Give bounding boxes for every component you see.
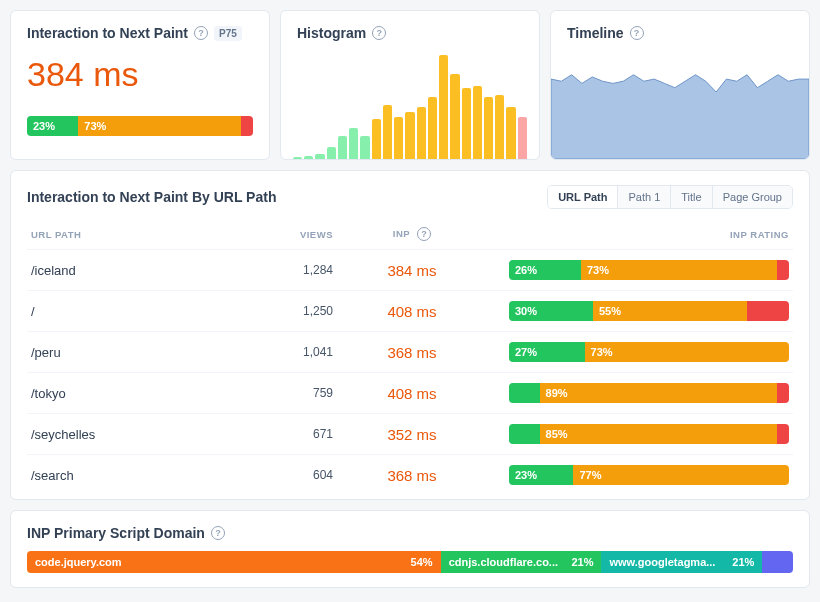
histogram-bar xyxy=(417,107,426,159)
domain-seg: code.jquery.com54% xyxy=(27,551,441,573)
domain-bar: code.jquery.com54%cdnjs.cloudflare.co...… xyxy=(27,551,793,573)
table-row[interactable]: /search604368 ms23%77% xyxy=(27,455,793,496)
help-icon[interactable]: ? xyxy=(630,26,644,40)
timeline-card: Timeline ? xyxy=(550,10,810,160)
histogram-bar xyxy=(372,119,381,159)
rating-seg-green: 27% xyxy=(509,342,585,362)
th-rating[interactable]: INP RATING xyxy=(487,219,793,250)
cell-rating: 30%55% xyxy=(487,291,793,332)
rating-bar: 23%77% xyxy=(509,465,789,485)
timeline-chart xyxy=(551,51,809,159)
cell-url: /search xyxy=(27,455,247,496)
cell-views: 604 xyxy=(247,455,337,496)
help-icon[interactable]: ? xyxy=(417,227,431,241)
histogram-bar xyxy=(349,128,358,159)
rating-seg-green: 23% xyxy=(509,465,573,485)
domain-seg-label: www.googletagma... xyxy=(609,556,728,568)
table-row[interactable]: /iceland1,284384 ms26%73% xyxy=(27,250,793,291)
cell-rating: 89% xyxy=(487,373,793,414)
histogram-bar xyxy=(484,97,493,159)
histogram-bar xyxy=(506,107,515,159)
rating-seg-orange: 77% xyxy=(573,465,789,485)
rating-seg-green xyxy=(509,424,540,444)
tab-url-path[interactable]: URL Path xyxy=(548,186,618,208)
table-row[interactable]: /1,250408 ms30%55% xyxy=(27,291,793,332)
cell-inp: 352 ms xyxy=(337,414,487,455)
domain-seg: cdnjs.cloudflare.co...21% xyxy=(441,551,602,573)
cell-url: /seychelles xyxy=(27,414,247,455)
rating-seg-red xyxy=(777,383,789,403)
title-text: Timeline xyxy=(567,25,624,41)
rating-seg-orange: 73% xyxy=(581,260,777,280)
help-icon[interactable]: ? xyxy=(194,26,208,40)
rating-seg-red xyxy=(241,116,253,136)
th-inp-label: INP xyxy=(393,228,410,239)
inp-rating-bar: 23%73% xyxy=(27,116,253,136)
rating-seg-green xyxy=(509,383,540,403)
cell-url: /peru xyxy=(27,332,247,373)
title-text: INP Primary Script Domain xyxy=(27,525,205,541)
table-tabs: URL PathPath 1TitlePage Group xyxy=(547,185,793,209)
th-url[interactable]: URL PATH xyxy=(27,219,247,250)
cell-inp: 408 ms xyxy=(337,291,487,332)
domain-seg-label: code.jquery.com xyxy=(35,556,407,568)
domain-seg-pct: 21% xyxy=(732,556,754,568)
table-title: Interaction to Next Paint By URL Path xyxy=(27,189,276,205)
domain-title: INP Primary Script Domain ? xyxy=(27,525,793,541)
table-row[interactable]: /tokyo759408 ms89% xyxy=(27,373,793,414)
table-row[interactable]: /seychelles671352 ms85% xyxy=(27,414,793,455)
rating-seg-red xyxy=(777,260,789,280)
cell-views: 1,284 xyxy=(247,250,337,291)
timeline-title: Timeline ? xyxy=(567,25,793,41)
histogram-bar xyxy=(327,147,336,159)
cell-inp: 408 ms xyxy=(337,373,487,414)
rating-seg-orange: 89% xyxy=(540,383,777,403)
cell-rating: 23%77% xyxy=(487,455,793,496)
rating-bar: 27%73% xyxy=(509,342,789,362)
rating-seg-orange: 55% xyxy=(593,301,747,321)
help-icon[interactable]: ? xyxy=(211,526,225,540)
th-views[interactable]: VIEWS xyxy=(247,219,337,250)
cell-views: 671 xyxy=(247,414,337,455)
inp-by-url-card: Interaction to Next Paint By URL Path UR… xyxy=(10,170,810,500)
cell-url: /iceland xyxy=(27,250,247,291)
title-text: Histogram xyxy=(297,25,366,41)
inp-script-domain-card: INP Primary Script Domain ? code.jquery.… xyxy=(10,510,810,588)
histogram-bar xyxy=(439,55,448,159)
title-text: Interaction to Next Paint xyxy=(27,25,188,41)
inp-metric-card: Interaction to Next Paint ? P75 384 ms 2… xyxy=(10,10,270,160)
cell-rating: 27%73% xyxy=(487,332,793,373)
cell-rating: 26%73% xyxy=(487,250,793,291)
rating-seg-orange: 73% xyxy=(78,116,241,136)
help-icon[interactable]: ? xyxy=(372,26,386,40)
histogram-bar xyxy=(394,117,403,159)
domain-seg-pct: 21% xyxy=(571,556,593,568)
rating-bar: 89% xyxy=(509,383,789,403)
table-row[interactable]: /peru1,041368 ms27%73% xyxy=(27,332,793,373)
histogram-bar xyxy=(338,136,347,159)
tab-title[interactable]: Title xyxy=(671,186,712,208)
cell-url: /tokyo xyxy=(27,373,247,414)
rating-seg-green: 30% xyxy=(509,301,593,321)
inp-table: URL PATH VIEWS INP ? INP RATING /iceland… xyxy=(27,219,793,495)
cell-views: 759 xyxy=(247,373,337,414)
inp-metric-value: 384 ms xyxy=(27,55,253,94)
histogram-bar xyxy=(518,117,527,159)
cell-views: 1,250 xyxy=(247,291,337,332)
tab-page-group[interactable]: Page Group xyxy=(713,186,792,208)
cell-inp: 368 ms xyxy=(337,455,487,496)
histogram-bar xyxy=(428,97,437,159)
histogram-title: Histogram ? xyxy=(297,25,523,41)
cell-rating: 85% xyxy=(487,414,793,455)
rating-seg-orange: 85% xyxy=(540,424,777,444)
histogram-bar xyxy=(495,95,504,159)
tab-path-1[interactable]: Path 1 xyxy=(618,186,671,208)
th-inp[interactable]: INP ? xyxy=(337,219,487,250)
domain-seg-pct: 54% xyxy=(411,556,433,568)
rating-seg-red xyxy=(777,424,789,444)
cell-views: 1,041 xyxy=(247,332,337,373)
cell-url: / xyxy=(27,291,247,332)
domain-seg: www.googletagma...21% xyxy=(601,551,762,573)
histogram-chart xyxy=(293,55,527,159)
cell-inp: 384 ms xyxy=(337,250,487,291)
